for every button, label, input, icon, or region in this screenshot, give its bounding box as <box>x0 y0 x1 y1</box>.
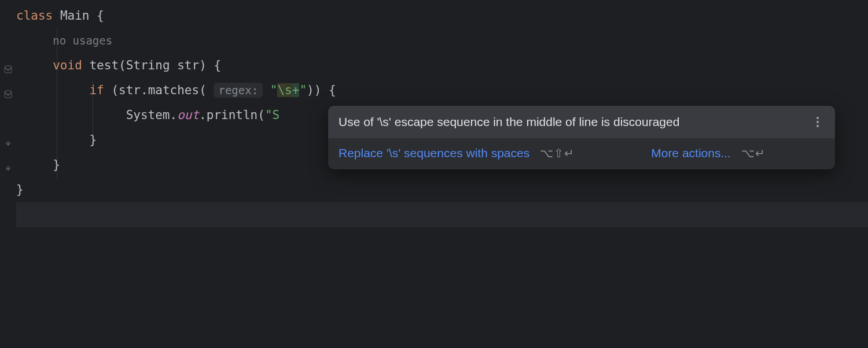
editor-gutter <box>0 0 16 348</box>
svg-rect-0 <box>5 66 12 73</box>
param-name: str <box>177 58 199 72</box>
escape-sequence: \s <box>277 83 292 97</box>
println-method: println <box>207 108 258 122</box>
keyword-void: void <box>53 58 82 72</box>
parameter-hint: regex: <box>214 83 263 98</box>
string-close: " <box>299 83 307 97</box>
code-line[interactable]: no usages <box>16 28 868 53</box>
keyword-class: class <box>16 9 53 23</box>
code-line[interactable]: void test(String str) { <box>16 53 868 78</box>
code-area[interactable]: class Main { no usages void test(String … <box>16 0 868 348</box>
inspection-popup[interactable]: Use of '\s' escape sequence in the middl… <box>328 106 835 169</box>
paren-open: ( <box>258 108 265 122</box>
paren-open: ( <box>199 83 207 97</box>
brace-close: } <box>53 158 60 172</box>
paren-close: ) <box>199 58 207 72</box>
code-line[interactable]: } <box>16 177 868 202</box>
param-type: String <box>126 58 170 72</box>
caret-line-highlight <box>16 202 868 227</box>
method-name: test <box>89 58 119 72</box>
shortcut-hint: ⌥↵ <box>741 146 766 160</box>
code-line[interactable]: if (str.matches( regex: "\s+")) { <box>16 78 868 103</box>
regex-plus: + <box>292 83 300 97</box>
keyword-if: if <box>89 83 104 97</box>
call-method: matches <box>148 83 200 97</box>
string-open: " <box>270 83 278 97</box>
popup-title: Use of '\s' escape sequence in the middl… <box>339 115 679 129</box>
brace-close: } <box>16 183 24 197</box>
class-name: Main <box>60 9 90 23</box>
popup-header: Use of '\s' escape sequence in the middl… <box>328 106 835 138</box>
svg-rect-1 <box>5 91 12 98</box>
more-actions-link[interactable]: More actions... <box>651 146 731 160</box>
call-target: str <box>119 83 141 97</box>
println-arg: "S <box>265 108 279 122</box>
paren-open: ( <box>111 83 119 97</box>
fold-end-icon[interactable] <box>3 164 13 173</box>
brace-close: } <box>89 133 97 147</box>
brace-open: { <box>97 9 104 23</box>
replace-action-link[interactable]: Replace '\s' sequences with spaces <box>339 146 529 160</box>
brace-open: { <box>214 58 221 72</box>
popup-actions-row: Replace '\s' sequences with spaces ⌥⇧↵ M… <box>328 138 835 169</box>
kebab-menu-icon[interactable] <box>811 115 825 129</box>
paren-close: ) <box>314 83 322 97</box>
fold-toggle-icon[interactable] <box>3 65 13 74</box>
paren-close: ) <box>307 83 314 97</box>
code-editor[interactable]: class Main { no usages void test(String … <box>0 0 868 348</box>
shortcut-hint: ⌥⇧↵ <box>540 146 575 160</box>
usages-inlay[interactable]: no usages <box>53 34 112 47</box>
println-field: out <box>177 108 199 122</box>
fold-toggle-icon[interactable] <box>3 90 13 99</box>
paren-open: ( <box>119 58 126 72</box>
fold-end-icon[interactable] <box>3 139 13 149</box>
brace-open: { <box>329 83 336 97</box>
code-line[interactable]: class Main { <box>16 3 868 28</box>
println-qualifier: System <box>126 108 170 122</box>
